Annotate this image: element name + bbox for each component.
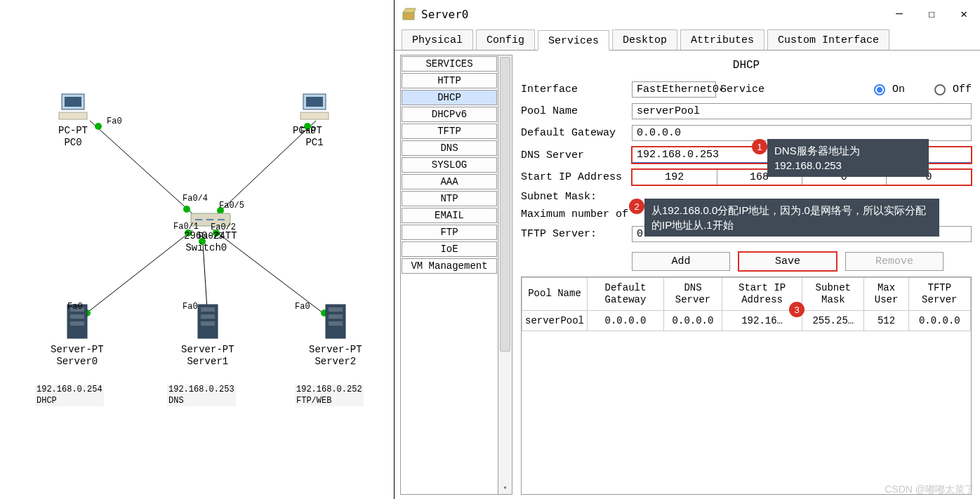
tab-physical[interactable]: Physical	[402, 29, 473, 50]
service-on-radio[interactable]	[874, 84, 885, 95]
server0-ip-label: 192.168.0.254DHCP	[35, 385, 104, 406]
switch-p3: Fa0/3	[198, 232, 223, 241]
minimize-button[interactable]: —	[883, 0, 915, 28]
side-syslog[interactable]: SYSLOG	[402, 157, 497, 173]
titlebar[interactable]: Server0 — ☐ ✕	[395, 0, 980, 28]
remove-button[interactable]: Remove	[845, 252, 943, 271]
start-ip-oct4[interactable]: 0	[887, 169, 972, 185]
side-ioe[interactable]: IoE	[402, 241, 497, 257]
switch-p2: Fa0/2	[211, 222, 236, 232]
svg-rect-19	[306, 97, 323, 107]
side-tftp[interactable]: TFTP	[402, 124, 497, 139]
services-sidebar: SERVICES HTTP DHCP DHCPv6 TFTP DNS SYSLO…	[400, 55, 512, 495]
server0-port: Fa0	[67, 302, 83, 312]
cell-gw: 0.0.0.0	[588, 310, 664, 331]
start-ip-oct2[interactable]: 168	[717, 169, 802, 185]
default-gateway-label: Default Gateway	[521, 127, 632, 139]
side-ftp[interactable]: FTP	[402, 225, 497, 240]
svg-rect-37	[403, 13, 414, 20]
tab-custom-interface[interactable]: Custom Interface	[767, 29, 889, 50]
svg-line-0	[90, 121, 195, 216]
tab-desktop[interactable]: Desktop	[612, 29, 677, 50]
switch-p5: Fa0/5	[219, 201, 244, 211]
th-tftp[interactable]: TFTP Server	[908, 278, 970, 311]
start-ip-input[interactable]: 192 168 0 0	[632, 169, 972, 185]
server2-type: Server-PT	[309, 344, 362, 355]
svg-rect-28	[70, 321, 84, 326]
th-pool[interactable]: Pool Name	[522, 278, 588, 311]
device-server1[interactable]: Server-PTServer1	[181, 303, 234, 368]
scroll-down-icon[interactable]: ▾	[498, 481, 512, 494]
pool-name-input[interactable]: serverPool	[632, 103, 972, 119]
server0-name: Server0	[56, 356, 98, 367]
svg-point-5	[95, 123, 102, 130]
server1-type: Server-PT	[181, 344, 234, 355]
tftp-input[interactable]: 0.0.0.0	[632, 226, 972, 242]
tab-services[interactable]: Services	[538, 30, 609, 51]
start-ip-label: Start IP Address	[521, 171, 632, 183]
interface-select[interactable]: FastEthernet0	[632, 81, 716, 98]
cell-start: 192.16…	[722, 310, 802, 331]
th-max[interactable]: Max User	[864, 278, 908, 311]
server1-port: Fa0	[183, 302, 198, 312]
side-dhcpv6[interactable]: DHCPv6	[402, 107, 497, 122]
default-gateway-input[interactable]: 0.0.0.0	[632, 125, 972, 141]
on-label: On	[892, 84, 905, 95]
side-http[interactable]: HTTP	[402, 73, 497, 88]
dhcp-title: DHCP	[521, 59, 972, 72]
side-aaa[interactable]: AAA	[402, 174, 497, 189]
side-email[interactable]: EMAIL	[402, 208, 497, 223]
svg-rect-34	[329, 307, 343, 312]
add-button[interactable]: Add	[632, 252, 730, 271]
pc0-name: PC0	[64, 137, 81, 148]
cell-dns: 0.0.0.0	[663, 310, 722, 331]
app-icon	[402, 7, 416, 21]
svg-rect-30	[201, 307, 215, 312]
device-server2[interactable]: Server-PTServer2	[309, 303, 362, 368]
device-pc0[interactable]: PC-PTPC0	[58, 93, 88, 149]
pc1-name: PC1	[305, 137, 323, 148]
device-pc1[interactable]: PC-PTPC1	[299, 93, 330, 149]
cell-mask: 255.25…	[802, 310, 864, 331]
topology-canvas[interactable]: PC-PTPC0 Fa0 PC-PTPC1 Fa0 2960-24TTSwitc…	[0, 0, 393, 499]
svg-rect-16	[65, 97, 81, 107]
save-button[interactable]: Save	[739, 252, 837, 271]
service-off-radio[interactable]	[934, 84, 946, 95]
tab-bar: Physical Config Services Desktop Attribu…	[395, 28, 980, 51]
dns-server-input[interactable]: 192.168.0.253	[632, 147, 972, 164]
scroll-thumb[interactable]	[500, 57, 510, 352]
pools-table[interactable]: Pool Name Default Gateway DNS Server Sta…	[521, 277, 972, 495]
th-dns[interactable]: DNS Server	[663, 278, 722, 311]
side-dhcp[interactable]: DHCP	[402, 90, 497, 105]
table-row[interactable]: serverPool 0.0.0.0 0.0.0.0 192.16… 255.2…	[522, 310, 971, 331]
server2-name: Server2	[314, 356, 356, 367]
side-vm[interactable]: VM Management	[402, 258, 497, 274]
side-ntp[interactable]: NTP	[402, 191, 497, 206]
side-services[interactable]: SERVICES	[402, 56, 497, 72]
service-label: Service	[720, 84, 764, 95]
start-ip-oct1[interactable]: 192	[632, 169, 717, 185]
pc1-port: Fa0	[300, 126, 316, 136]
dhcp-panel: DHCP Interface FastEthernet0 Service On …	[517, 55, 976, 495]
pc0-port: Fa0	[107, 117, 122, 126]
svg-rect-32	[201, 321, 215, 326]
server1-name: Server1	[187, 356, 228, 367]
maximize-button[interactable]: ☐	[915, 0, 948, 28]
tab-config[interactable]: Config	[476, 29, 535, 50]
start-ip-oct3[interactable]: 0	[802, 169, 887, 185]
server1-ip-label: 192.168.0.253DNS	[167, 385, 236, 406]
th-mask[interactable]: Subnet Mask	[802, 278, 864, 311]
tab-attributes[interactable]: Attributes	[680, 29, 764, 50]
th-gw[interactable]: Default Gateway	[588, 278, 664, 311]
dns-server-label: DNS Server	[521, 149, 632, 161]
svg-rect-35	[329, 314, 343, 319]
device-server0[interactable]: Server-PTServer0	[51, 303, 104, 368]
close-button[interactable]: ✕	[948, 0, 980, 28]
server0-type: Server-PT	[51, 344, 104, 355]
side-dns[interactable]: DNS	[402, 140, 497, 156]
sidebar-scrollbar[interactable]: ▴ ▾	[498, 55, 512, 495]
switch-name: Switch0	[185, 242, 227, 253]
th-start[interactable]: Start IP Address	[722, 278, 802, 311]
server2-ip-label: 192.168.0.252FTP/WEB	[295, 385, 364, 406]
server0-window: Server0 — ☐ ✕ Physical Config Services D…	[394, 0, 980, 499]
